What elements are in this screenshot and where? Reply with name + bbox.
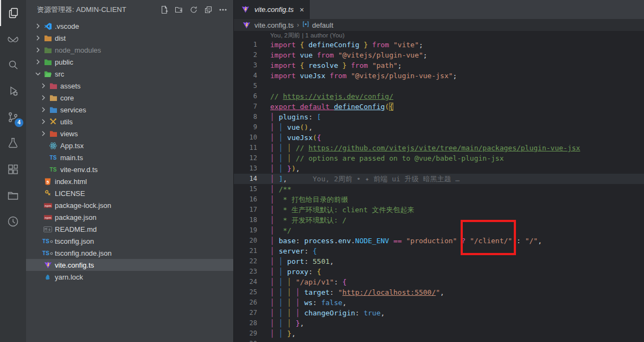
collapse-all-icon[interactable]: [203, 5, 213, 15]
new-folder-icon[interactable]: [174, 5, 184, 15]
code-line-30[interactable]: 30: [234, 339, 644, 342]
line-content: │ │ │ "/api/v1": {: [270, 277, 644, 287]
tree-item-public[interactable]: public: [26, 56, 233, 68]
code-line-2[interactable]: 2import vue from "@vitejs/plugin-vue";: [234, 50, 644, 60]
code-line-4[interactable]: 4import vueJsx from "@vitejs/plugin-vue-…: [234, 71, 644, 81]
code-line-8[interactable]: 8│ plugins: [: [234, 112, 644, 122]
line-content: │ * 生产环境默认: client 文件夹包起来: [270, 205, 644, 215]
line-content: │ * 开发环境默认: /: [270, 215, 644, 225]
tab-label: vite.config.ts: [254, 5, 294, 14]
tree-item-App.tsx[interactable]: App.tsx: [26, 140, 233, 151]
code-line-3[interactable]: 3import { resolve } from "path";: [234, 60, 644, 71]
folder-services-icon: [48, 106, 59, 113]
tree-item-dist[interactable]: dist: [26, 32, 233, 44]
tree-item-LICENSE[interactable]: LICENSE: [26, 187, 233, 199]
code-line-24[interactable]: 24│ │ │ "/api/v1": {: [234, 277, 644, 287]
code-line-27[interactable]: 27│ │ │ │ changeOrigin: true,: [234, 308, 644, 318]
code-line-19[interactable]: 19│ */: [234, 225, 644, 236]
activitybar-explorer-icon[interactable]: [0, 0, 26, 26]
tree-item-node-modules[interactable]: node_modules: [26, 44, 233, 56]
tree-item-utils[interactable]: utils: [26, 116, 233, 128]
tree-item-label: vite-env.d.ts: [60, 166, 98, 174]
code-line-28[interactable]: 28│ │ │ },: [234, 318, 644, 328]
tree-item-tsconfig.json[interactable]: TStsconfig.json: [26, 235, 233, 247]
tree-item-views[interactable]: views: [26, 128, 233, 140]
code-line-9[interactable]: 9│ │ vue(),: [234, 122, 644, 132]
tree-item-vite-env.d.ts[interactable]: TSvite-env.d.ts: [26, 163, 233, 175]
code-line-26[interactable]: 26│ │ │ │ ws: false,: [234, 297, 644, 308]
tree-item-.vscode[interactable]: .vscode: [26, 20, 233, 32]
code-line-15[interactable]: 15│ /**: [234, 184, 644, 194]
code-line-11[interactable]: 11│ │ │ // https://github.com/vitejs/vit…: [234, 143, 644, 153]
activitybar-search-icon[interactable]: [0, 52, 26, 78]
tree-item-assets[interactable]: assets: [26, 80, 233, 92]
refresh-icon[interactable]: [189, 5, 199, 15]
tree-item-README.md[interactable]: README.md: [26, 223, 233, 235]
code-line-6[interactable]: 6// https://vitejs.dev/config/: [234, 91, 644, 102]
chevron-right-icon[interactable]: [34, 59, 42, 65]
tree-item-vite.config.ts[interactable]: vite.config.ts: [26, 259, 233, 271]
line-content: │ │ proxy: {: [270, 267, 644, 277]
code-line-25[interactable]: 25│ │ │ │ target: "http://localhost:5500…: [234, 287, 644, 297]
code-line-16[interactable]: 16│ * 打包给目录的前缀: [234, 194, 644, 205]
activitybar-source-control-icon[interactable]: 4: [0, 104, 26, 130]
tree-item-package-lock.json[interactable]: npmpackage-lock.json: [26, 199, 233, 211]
code-line-23[interactable]: 23│ │ proxy: {: [234, 267, 644, 277]
code-line-5[interactable]: 5: [234, 81, 644, 91]
chevron-right-icon[interactable]: [34, 47, 42, 53]
chevron-right-icon[interactable]: [34, 23, 42, 29]
vite-icon: [42, 261, 53, 269]
code-area[interactable]: You, 2周前 | 1 author (You) 1import { defi…: [234, 31, 644, 342]
chevron-right-icon[interactable]: [34, 35, 42, 41]
line-content: │ │ │ │ target: "http://localhost:5500/"…: [270, 287, 644, 297]
tree-item-main.ts[interactable]: TSmain.ts: [26, 151, 233, 163]
tab-vite-config[interactable]: vite.config.ts ×: [234, 0, 310, 19]
breadcrumb-symbol[interactable]: default: [302, 21, 333, 29]
chevron-right-icon[interactable]: [39, 131, 48, 136]
code-line-7[interactable]: 7export default defineConfig({: [234, 102, 644, 112]
line-number: 19: [234, 225, 270, 236]
more-actions-icon[interactable]: [218, 5, 228, 15]
chevron-right-icon[interactable]: [39, 83, 48, 88]
chevron-right-icon[interactable]: [39, 107, 48, 112]
activitybar-run-debug-icon[interactable]: [0, 78, 26, 104]
code-line-13[interactable]: 13│ │ }),: [234, 163, 644, 174]
chevron-right-icon[interactable]: [39, 119, 48, 124]
activitybar-vs-logo-icon[interactable]: [0, 26, 26, 52]
line-content: │ */: [270, 225, 644, 236]
tree-item-core[interactable]: core: [26, 92, 233, 104]
line-content: import vue from "@vitejs/plugin-vue";: [270, 50, 644, 60]
chevron-right-icon[interactable]: [39, 95, 48, 100]
line-number: 2: [234, 50, 270, 60]
code-line-17[interactable]: 17│ * 生产环境默认: client 文件夹包起来: [234, 205, 644, 215]
breadcrumb-separator: ›: [297, 21, 299, 29]
code-line-10[interactable]: 10│ │ vueJsx({: [234, 132, 644, 143]
activitybar-history-icon[interactable]: [0, 208, 26, 235]
code-line-22[interactable]: 22│ │ port: 5501,: [234, 256, 644, 267]
tree-item-package.json[interactable]: npmpackage.json: [26, 211, 233, 223]
activitybar-testing-icon[interactable]: [0, 130, 26, 156]
line-number: 18: [234, 215, 270, 225]
code-line-1[interactable]: 1import { defineConfig } from "vite";: [234, 40, 644, 50]
new-file-icon[interactable]: [160, 5, 169, 15]
code-line-29[interactable]: 29│ │ },: [234, 328, 644, 339]
breadcrumb-file[interactable]: vite.config.ts: [241, 21, 294, 29]
code-line-18[interactable]: 18│ * 开发环境默认: /: [234, 215, 644, 225]
activitybar-extensions-boxes-icon[interactable]: [0, 156, 26, 182]
tree-item-label: core: [60, 94, 74, 102]
line-content: │ base: process.env.NODE_ENV == "product…: [270, 236, 644, 246]
tree-item-src[interactable]: src: [26, 68, 233, 80]
code-line-20[interactable]: 20│ base: process.env.NODE_ENV == "produ…: [234, 236, 644, 246]
tree-item-tsconfig.node.json[interactable]: TStsconfig.node.json: [26, 247, 233, 259]
tree-item-index.html[interactable]: 5index.html: [26, 175, 233, 187]
tree-item-services[interactable]: services: [26, 104, 233, 116]
tree-item-yarn.lock[interactable]: yarn.lock: [26, 271, 233, 283]
code-line-12[interactable]: 12│ │ │ // options are passed on to @vue…: [234, 153, 644, 163]
close-icon[interactable]: ×: [299, 5, 304, 14]
chevron-down-icon[interactable]: [34, 71, 42, 77]
code-line-21[interactable]: 21│ server: {: [234, 246, 644, 256]
code-line-14[interactable]: 14│ ], You, 2周前 • ✦ 前端 ui 升级 暗黑主题 …: [234, 174, 644, 184]
folder-src-icon: [42, 71, 53, 78]
activitybar-folder-icon[interactable]: [0, 182, 26, 208]
git-codelens[interactable]: You, 2周前 | 1 author (You): [234, 31, 644, 40]
